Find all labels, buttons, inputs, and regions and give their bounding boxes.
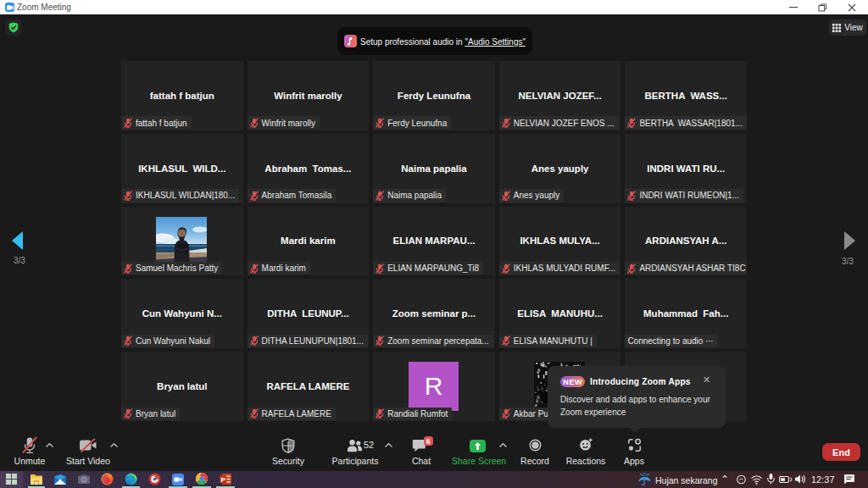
svg-text:P: P <box>221 476 226 484</box>
